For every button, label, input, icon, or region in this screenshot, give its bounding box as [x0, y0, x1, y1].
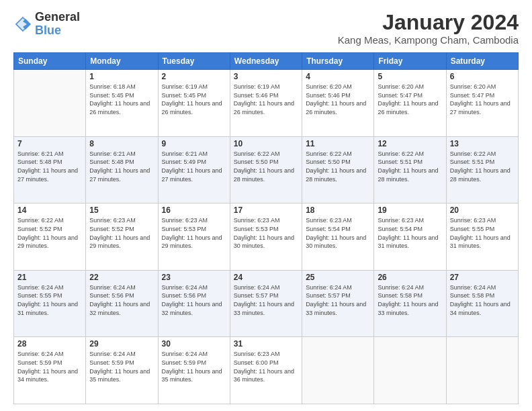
table-row — [446, 337, 518, 404]
sunrise-text: Sunrise: 6:24 AM — [234, 284, 280, 291]
header: General Blue January 2024 Kang Meas, Kam… — [13, 11, 519, 46]
table-row: 16 Sunrise: 6:23 AM Sunset: 5:53 PM Dayl… — [158, 203, 230, 271]
header-wednesday: Wednesday — [230, 53, 302, 70]
table-row: 20 Sunrise: 6:23 AM Sunset: 5:55 PM Dayl… — [446, 203, 518, 271]
day-number: 2 — [162, 72, 226, 81]
sunset-text: Sunset: 5:52 PM — [89, 226, 134, 232]
day-number: 17 — [234, 205, 298, 215]
table-row: 29 Sunrise: 6:24 AM Sunset: 5:59 PM Dayl… — [86, 337, 158, 404]
day-number: 4 — [306, 72, 370, 81]
sunrise-text: Sunrise: 6:22 AM — [234, 150, 280, 157]
day-info: Sunrise: 6:24 AM Sunset: 5:55 PM Dayligh… — [17, 283, 82, 317]
table-row: 6 Sunrise: 6:20 AM Sunset: 5:47 PM Dayli… — [446, 70, 518, 137]
sunset-text: Sunset: 5:51 PM — [450, 158, 495, 165]
sunrise-text: Sunrise: 6:20 AM — [306, 83, 352, 90]
table-row: 31 Sunrise: 6:23 AM Sunset: 6:00 PM Dayl… — [230, 337, 302, 404]
day-info: Sunrise: 6:23 AM Sunset: 5:53 PM Dayligh… — [234, 216, 298, 250]
logo: General Blue — [13, 11, 80, 38]
day-info: Sunrise: 6:24 AM Sunset: 5:57 PM Dayligh… — [306, 283, 370, 317]
location-title: Kang Meas, Kampong Cham, Cambodia — [338, 34, 519, 46]
sunset-text: Sunset: 5:57 PM — [306, 292, 351, 299]
sunset-text: Sunset: 5:59 PM — [162, 359, 207, 366]
table-row: 17 Sunrise: 6:23 AM Sunset: 5:53 PM Dayl… — [230, 203, 302, 271]
table-row — [374, 337, 446, 404]
sunrise-text: Sunrise: 6:24 AM — [17, 284, 64, 291]
sunrise-text: Sunrise: 6:23 AM — [234, 217, 280, 224]
sunset-text: Sunset: 5:50 PM — [306, 158, 351, 165]
day-number: 18 — [306, 205, 370, 215]
day-number: 24 — [234, 273, 298, 282]
header-monday: Monday — [86, 53, 158, 70]
calendar-week-row: 28 Sunrise: 6:24 AM Sunset: 5:59 PM Dayl… — [14, 337, 519, 404]
daylight-text: Daylight: 11 hours and 31 minutes. — [17, 301, 78, 316]
daylight-text: Daylight: 11 hours and 33 minutes. — [234, 301, 294, 316]
table-row: 23 Sunrise: 6:24 AM Sunset: 5:56 PM Dayl… — [158, 270, 230, 337]
table-row: 18 Sunrise: 6:23 AM Sunset: 5:54 PM Dayl… — [302, 203, 374, 271]
sunrise-text: Sunrise: 6:21 AM — [89, 150, 136, 157]
daylight-text: Daylight: 11 hours and 34 minutes. — [450, 301, 511, 316]
table-row: 8 Sunrise: 6:21 AM Sunset: 5:48 PM Dayli… — [86, 136, 158, 203]
table-row: 4 Sunrise: 6:20 AM Sunset: 5:46 PM Dayli… — [302, 70, 374, 137]
daylight-text: Daylight: 11 hours and 29 minutes. — [162, 234, 222, 250]
sunset-text: Sunset: 6:00 PM — [234, 359, 279, 366]
logo-general: General — [35, 11, 80, 24]
day-number: 12 — [378, 139, 442, 148]
day-info: Sunrise: 6:21 AM Sunset: 5:49 PM Dayligh… — [162, 150, 226, 183]
table-row: 15 Sunrise: 6:23 AM Sunset: 5:52 PM Dayl… — [86, 203, 158, 271]
day-number: 25 — [306, 273, 370, 282]
day-number: 30 — [162, 339, 226, 349]
day-number: 14 — [17, 205, 82, 215]
sunrise-text: Sunrise: 6:22 AM — [306, 150, 352, 157]
table-row: 5 Sunrise: 6:20 AM Sunset: 5:47 PM Dayli… — [374, 70, 446, 137]
table-row: 21 Sunrise: 6:24 AM Sunset: 5:55 PM Dayl… — [14, 270, 86, 337]
day-number: 10 — [234, 139, 298, 148]
sunrise-text: Sunrise: 6:23 AM — [89, 217, 136, 224]
sunrise-text: Sunrise: 6:23 AM — [162, 217, 208, 224]
sunset-text: Sunset: 5:47 PM — [378, 92, 423, 99]
calendar-page: General Blue January 2024 Kang Meas, Kam… — [0, 0, 532, 411]
sunset-text: Sunset: 5:56 PM — [162, 292, 207, 299]
table-row: 9 Sunrise: 6:21 AM Sunset: 5:49 PM Dayli… — [158, 136, 230, 203]
header-saturday: Saturday — [446, 53, 518, 70]
sunrise-text: Sunrise: 6:24 AM — [89, 351, 136, 357]
table-row: 3 Sunrise: 6:19 AM Sunset: 5:46 PM Dayli… — [230, 70, 302, 137]
sunset-text: Sunset: 5:55 PM — [450, 226, 495, 232]
table-row — [14, 70, 86, 137]
daylight-text: Daylight: 11 hours and 29 minutes. — [17, 234, 78, 250]
table-row: 27 Sunrise: 6:24 AM Sunset: 5:58 PM Dayl… — [446, 270, 518, 337]
sunrise-text: Sunrise: 6:23 AM — [450, 217, 496, 224]
day-info: Sunrise: 6:18 AM Sunset: 5:45 PM Dayligh… — [89, 83, 154, 116]
sunrise-text: Sunrise: 6:24 AM — [162, 284, 208, 291]
sunrise-text: Sunrise: 6:24 AM — [89, 284, 136, 291]
day-number: 5 — [378, 72, 442, 81]
daylight-text: Daylight: 11 hours and 27 minutes. — [162, 167, 222, 183]
daylight-text: Daylight: 11 hours and 32 minutes. — [162, 301, 222, 316]
daylight-text: Daylight: 11 hours and 28 minutes. — [450, 167, 511, 183]
daylight-text: Daylight: 11 hours and 35 minutes. — [162, 368, 222, 383]
sunrise-text: Sunrise: 6:19 AM — [162, 83, 208, 90]
calendar-week-row: 21 Sunrise: 6:24 AM Sunset: 5:55 PM Dayl… — [14, 270, 519, 337]
day-number: 29 — [89, 339, 154, 349]
sunset-text: Sunset: 5:46 PM — [306, 92, 351, 99]
daylight-text: Daylight: 11 hours and 32 minutes. — [89, 301, 150, 316]
day-number: 27 — [450, 273, 515, 282]
day-number: 31 — [234, 339, 298, 349]
sunrise-text: Sunrise: 6:18 AM — [89, 83, 136, 90]
day-info: Sunrise: 6:22 AM Sunset: 5:50 PM Dayligh… — [306, 150, 370, 183]
table-row: 22 Sunrise: 6:24 AM Sunset: 5:56 PM Dayl… — [86, 270, 158, 337]
table-row: 1 Sunrise: 6:18 AM Sunset: 5:45 PM Dayli… — [86, 70, 158, 137]
table-row: 13 Sunrise: 6:22 AM Sunset: 5:51 PM Dayl… — [446, 136, 518, 203]
sunrise-text: Sunrise: 6:19 AM — [234, 83, 280, 90]
sunset-text: Sunset: 5:46 PM — [234, 92, 279, 99]
day-info: Sunrise: 6:22 AM Sunset: 5:52 PM Dayligh… — [17, 216, 82, 250]
day-info: Sunrise: 6:24 AM Sunset: 5:59 PM Dayligh… — [17, 350, 82, 383]
table-row: 30 Sunrise: 6:24 AM Sunset: 5:59 PM Dayl… — [158, 337, 230, 404]
table-row: 26 Sunrise: 6:24 AM Sunset: 5:58 PM Dayl… — [374, 270, 446, 337]
sunrise-text: Sunrise: 6:24 AM — [306, 284, 352, 291]
daylight-text: Daylight: 11 hours and 36 minutes. — [234, 368, 294, 383]
day-info: Sunrise: 6:22 AM Sunset: 5:51 PM Dayligh… — [378, 150, 442, 183]
daylight-text: Daylight: 11 hours and 34 minutes. — [17, 368, 78, 383]
sunset-text: Sunset: 5:58 PM — [378, 292, 423, 299]
sunrise-text: Sunrise: 6:24 AM — [17, 351, 64, 357]
day-info: Sunrise: 6:19 AM Sunset: 5:45 PM Dayligh… — [162, 83, 226, 116]
